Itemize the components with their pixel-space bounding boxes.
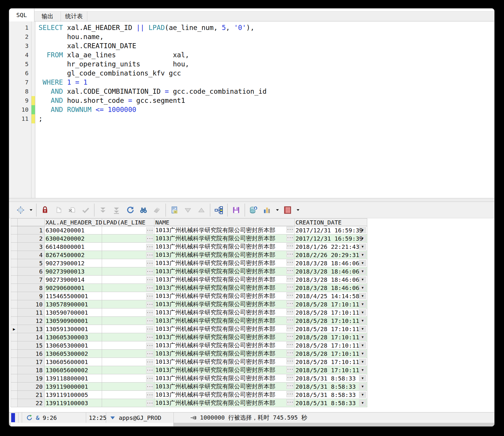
creation-date-cell[interactable]: ▼2018/3/28 18:46:06 — [295, 284, 367, 292]
header-id-cell[interactable]: 63004200001 — [45, 226, 102, 234]
name-cell[interactable]: ···1013广州机械科学研究院有限公司密封所本部 — [154, 325, 295, 333]
pane-splitter[interactable] — [9, 198, 494, 202]
lpad-cell[interactable]: ··· — [102, 407, 154, 408]
date-dropdown-button[interactable]: ▼ — [359, 301, 366, 307]
creation-date-cell[interactable]: ▼2018/3/28 18:46:06 — [295, 276, 367, 284]
lpad-cell[interactable]: ··· — [102, 391, 154, 399]
dropdown-arrow-button[interactable] — [274, 204, 281, 216]
creation-date-cell[interactable]: ▼2018/5/31 8:58:33 — [295, 407, 367, 408]
cell-ellipsis-button[interactable]: ··· — [146, 293, 153, 299]
date-dropdown-button[interactable]: ▼ — [359, 359, 366, 365]
date-dropdown-button[interactable]: ▼ — [359, 244, 366, 250]
row-number-cell[interactable]: 18 — [18, 366, 45, 374]
name-cell[interactable]: ···1013广州机械科学研究院有限公司密封所本部 — [154, 276, 295, 284]
chart-button[interactable] — [260, 204, 274, 216]
date-dropdown-button[interactable]: ▼ — [359, 392, 366, 398]
tab-sql[interactable]: SQL — [9, 9, 34, 21]
header-id-cell[interactable]: 82674500002 — [45, 251, 102, 259]
creation-date-cell[interactable]: ▼2018/5/28 17:10:11 — [295, 333, 367, 341]
connection-dropdown-icon[interactable] — [109, 414, 116, 421]
triangle-up-button[interactable] — [195, 204, 208, 216]
lpad-cell[interactable]: ··· — [102, 243, 154, 251]
date-dropdown-button[interactable]: ▼ — [359, 383, 366, 390]
cell-ellipsis-button[interactable]: ··· — [286, 292, 293, 299]
header-id-cell[interactable]: 115465500001 — [45, 292, 102, 300]
header-id-cell[interactable]: 139118800001 — [45, 374, 102, 383]
cell-ellipsis-button[interactable]: ··· — [286, 227, 293, 233]
header-id-cell[interactable]: 130590900001 — [45, 317, 102, 325]
lpad-cell[interactable]: ··· — [102, 399, 154, 407]
lpad-cell[interactable]: ··· — [102, 251, 154, 259]
date-dropdown-button[interactable]: ▼ — [359, 326, 366, 332]
name-cell[interactable]: ···1013广州机械科学研究院有限公司密封所本部 — [154, 284, 295, 292]
tab-statistics[interactable]: 统计表 — [61, 11, 87, 21]
row-number-cell[interactable]: 19 — [18, 374, 45, 383]
header-id-cell[interactable]: 139119100003 — [45, 399, 102, 407]
name-cell[interactable]: ···1013广州机械科学研究院有限公司密封所本部 — [154, 383, 295, 391]
eraser-button[interactable] — [150, 204, 164, 216]
row-number-cell[interactable]: 17 — [18, 358, 45, 366]
header-id-cell[interactable]: 130605300001 — [45, 341, 102, 350]
header-id-cell[interactable]: 130578900001 — [45, 300, 102, 308]
lpad-cell[interactable]: ··· — [102, 234, 154, 243]
header-id-cell[interactable]: 139119000001 — [45, 383, 102, 391]
name-cell[interactable]: ···1013广州机械科学研究院有限公司密封所本部 — [154, 292, 295, 300]
lpad-cell[interactable]: ··· — [102, 350, 154, 358]
name-cell[interactable]: ···1013广州机械科学研究院有限公司密封所本部 — [154, 226, 295, 234]
lpad-cell[interactable]: ··· — [102, 292, 154, 300]
cell-ellipsis-button[interactable]: ··· — [146, 269, 153, 275]
cell-ellipsis-button[interactable]: ··· — [286, 259, 293, 266]
date-dropdown-button[interactable]: ▼ — [359, 276, 366, 283]
horizontal-scrollbar[interactable] — [9, 423, 494, 426]
row-number-cell[interactable]: 3 — [18, 243, 45, 251]
lpad-cell[interactable]: ··· — [102, 267, 154, 276]
name-cell[interactable]: ···1013广州机械科学研究院有限公司密封所本部 — [154, 234, 295, 243]
row-number-cell[interactable]: 8 — [18, 284, 45, 292]
cell-ellipsis-button[interactable]: ··· — [146, 285, 153, 291]
cell-ellipsis-button[interactable]: ··· — [286, 317, 293, 323]
header-id-cell[interactable]: 90273900014 — [45, 276, 102, 284]
cell-ellipsis-button[interactable]: ··· — [146, 318, 153, 324]
lpad-cell[interactable]: ··· — [102, 366, 154, 374]
header-id-cell[interactable]: 130605300002 — [45, 350, 102, 358]
cell-ellipsis-button[interactable]: ··· — [286, 391, 293, 397]
cell-ellipsis-button[interactable]: ··· — [146, 310, 153, 316]
row-number-cell[interactable]: 10 — [18, 300, 45, 308]
cell-ellipsis-button[interactable]: ··· — [146, 334, 153, 341]
date-dropdown-button[interactable]: ▼ — [359, 285, 366, 291]
header-id-cell[interactable]: 66148000001 — [45, 243, 102, 251]
creation-date-cell[interactable]: ▼2018/5/28 17:10:11 — [295, 341, 367, 350]
name-cell[interactable]: ···1013广州机械科学研究院有限公司密封所本部 — [154, 251, 295, 259]
name-cell[interactable]: ···1013广州机械科学研究院有限公司密封所本部 — [154, 267, 295, 276]
creation-date-cell[interactable]: ▼2017/12/31 16:59:39 — [295, 226, 367, 234]
cell-ellipsis-button[interactable]: ··· — [286, 333, 293, 340]
row-number-cell[interactable]: 22 — [18, 399, 45, 407]
row-number-cell[interactable]: 23 — [18, 407, 45, 408]
cell-ellipsis-button[interactable]: ··· — [146, 236, 153, 242]
lpad-cell[interactable]: ··· — [102, 308, 154, 317]
cell-ellipsis-button[interactable]: ··· — [146, 277, 153, 283]
header-id-cell[interactable]: 139119100005 — [45, 391, 102, 399]
creation-date-cell[interactable]: ▼2018/3/28 18:46:06 — [295, 259, 367, 267]
cell-ellipsis-button[interactable]: ··· — [146, 375, 153, 382]
row-number-cell[interactable]: 2 — [18, 234, 45, 243]
row-number-cell[interactable]: 1 — [18, 226, 45, 234]
fetch-all-button[interactable] — [110, 204, 123, 216]
cell-ellipsis-button[interactable]: ··· — [286, 235, 293, 241]
cell-ellipsis-button[interactable]: ··· — [286, 342, 293, 348]
lpad-cell[interactable]: ··· — [102, 383, 154, 391]
row-number-cell[interactable]: 11 — [18, 308, 45, 317]
export-data-button[interactable] — [247, 204, 260, 216]
cell-ellipsis-button[interactable]: ··· — [146, 244, 153, 250]
date-dropdown-button[interactable]: ▼ — [359, 318, 366, 324]
row-number-cell[interactable]: 5 — [18, 259, 45, 267]
creation-date-cell[interactable]: ▼2018/1/26 22:21:43 — [295, 243, 367, 251]
editor-code[interactable]: SELECT xal.AE_HEADER_ID || LPAD(ae_line_… — [35, 21, 494, 198]
cell-ellipsis-button[interactable]: ··· — [286, 309, 293, 315]
dropdown-arrow-button[interactable] — [27, 204, 34, 216]
cell-ellipsis-button[interactable]: ··· — [146, 351, 153, 357]
cell-ellipsis-button[interactable]: ··· — [146, 367, 153, 373]
row-number-cell[interactable]: 7 — [18, 276, 45, 284]
row-number-cell[interactable]: 21 — [18, 391, 45, 399]
creation-date-cell[interactable]: ▼2018/3/28 18:46:06 — [295, 267, 367, 276]
